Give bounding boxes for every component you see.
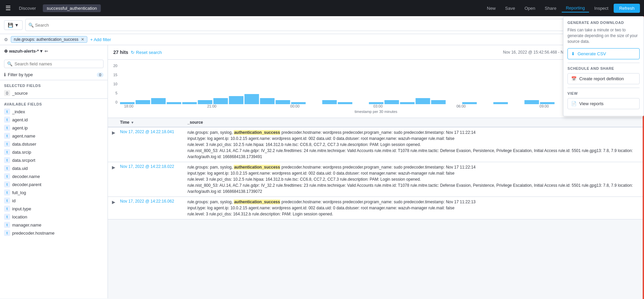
panel-divider-2	[567, 88, 640, 88]
field-id[interactable]: t id	[0, 197, 108, 205]
row-toggle-3[interactable]: ▶	[112, 199, 120, 205]
filter-tag[interactable]: rule.groups: authentication_success ✕	[11, 36, 87, 43]
highlight-1: authentication_success	[234, 130, 280, 135]
hits-count: 27 hits	[113, 50, 128, 55]
nav-share[interactable]: Share	[540, 4, 560, 12]
field-index[interactable]: t _index	[0, 108, 108, 116]
filter-remove-icon[interactable]: ✕	[81, 37, 84, 42]
field-label-index: _index	[12, 109, 25, 114]
field-manager-name[interactable]: t manager.name	[0, 221, 108, 229]
nav-reporting[interactable]: Reporting	[562, 4, 589, 12]
field-agent-name[interactable]: t agent.name	[0, 132, 108, 140]
save-button[interactable]: 💾 ▼	[4, 20, 23, 30]
field-input-type[interactable]: t input.type	[0, 205, 108, 213]
field-data-srcip[interactable]: t data.srcip	[0, 148, 108, 156]
filter-tag-label: rule.groups: authentication_success	[14, 37, 78, 42]
hamburger-icon[interactable]: ☰	[4, 3, 12, 13]
field-label-data-srcip: data.srcip	[12, 150, 31, 155]
save-icon: 💾	[8, 23, 13, 28]
row-main-2[interactable]: ▶ Nov 17, 2022 @ 14:22:18.022 rule.group…	[108, 162, 644, 197]
row-time-2: Nov 17, 2022 @ 14:22:18.022	[120, 164, 187, 169]
search-fields-icon: 🔍	[7, 61, 12, 66]
field-location[interactable]: t location	[0, 213, 108, 221]
field-data-uid[interactable]: t data.uid	[0, 164, 108, 172]
field-label-full-log: full_log	[12, 190, 26, 195]
field-badge-data-dstuser: t	[4, 141, 10, 147]
svg-rect-28	[540, 102, 555, 104]
row-time-1: Nov 17, 2022 @ 14:22:18.041	[120, 129, 187, 134]
field-source[interactable]: {} _source	[0, 89, 108, 97]
svg-rect-9	[244, 94, 259, 104]
sidebar-collapse-button[interactable]: ⇐	[44, 48, 49, 54]
th-time[interactable]: Time ▼	[120, 120, 187, 125]
view-title: VIEW	[567, 91, 640, 95]
nav-save[interactable]: Save	[501, 4, 519, 12]
th-source: _source	[187, 120, 640, 125]
nav-inspect[interactable]: Inspect	[590, 4, 613, 12]
chart-y-axis: 20151050	[113, 64, 120, 104]
svg-rect-10	[260, 98, 274, 104]
field-label-predecoder-hostname: predecoder.hostname	[12, 231, 55, 236]
svg-rect-7	[213, 98, 228, 104]
row-toggle-1[interactable]: ▶	[112, 129, 120, 135]
search-input[interactable]	[35, 23, 572, 28]
nav-right: New Save Open Share Reporting Inspect Re…	[483, 4, 640, 13]
tab-successful-auth[interactable]: successful_authentication	[43, 4, 101, 12]
svg-rect-20	[416, 98, 430, 104]
field-badge-location: t	[4, 214, 10, 220]
create-report-label: Create report definition	[579, 76, 624, 81]
search-fields-input-field[interactable]	[14, 61, 100, 66]
field-label-agent-id: agent.id	[12, 117, 28, 122]
field-data-dstuser[interactable]: t data.dstuser	[0, 140, 108, 148]
field-decoder-parent[interactable]: t decoder.parent	[0, 180, 108, 188]
field-full-log[interactable]: t full_log	[0, 188, 108, 197]
search-bar: 💾 ▼ 🔍 DQL 📅 Last 24 hours ▾	[0, 16, 644, 34]
save-chevron: ▼	[14, 23, 19, 28]
index-pattern-label: wazuh-alerts-*	[9, 49, 39, 54]
svg-rect-21	[431, 100, 446, 104]
add-filter-button[interactable]: + Add filter	[90, 37, 111, 42]
reset-search-button[interactable]: ↻ Reset search	[131, 50, 162, 55]
field-label-data-srcport: data.srcport	[12, 158, 35, 163]
field-badge-agent-id: t	[4, 117, 10, 123]
generate-title: GENERATE AND DOWNLOAD	[567, 21, 640, 25]
table-row: ▶ Nov 17, 2022 @ 14:22:18.041 rule.group…	[108, 127, 644, 162]
field-predecoder-hostname[interactable]: t predecoder.hostname	[0, 229, 108, 237]
field-badge-manager-name: t	[4, 222, 10, 228]
svg-rect-8	[229, 96, 243, 104]
svg-rect-25	[493, 102, 508, 104]
field-agent-ip[interactable]: t agent.ip	[0, 124, 108, 132]
svg-rect-11	[276, 100, 290, 104]
field-label-data-dstuser: data.dstuser	[12, 142, 36, 147]
row-main-1[interactable]: ▶ Nov 17, 2022 @ 14:22:18.041 rule.group…	[108, 127, 644, 162]
index-chevron-icon: ▾	[40, 49, 42, 54]
field-label-agent-ip: agent.ip	[12, 125, 28, 130]
field-agent-id[interactable]: t agent.id	[0, 116, 108, 124]
search-input-wrap: 🔍	[25, 19, 575, 31]
nav-open[interactable]: Open	[521, 4, 539, 12]
filter-by-type[interactable]: ℹ Filter by type 0	[0, 71, 108, 79]
refresh-button[interactable]: Refresh	[614, 4, 640, 13]
calendar-report-icon: 📅	[571, 76, 577, 81]
nav-new[interactable]: New	[483, 4, 500, 12]
field-data-srcport[interactable]: t data.srcport	[0, 156, 108, 164]
field-badge-decoder-parent: t	[4, 181, 10, 187]
field-badge-input-type: t	[4, 206, 10, 212]
tab-discover[interactable]: Discover	[15, 4, 40, 12]
highlight-3: authentication_success	[234, 200, 280, 204]
field-badge-predecoder-hostname: t	[4, 230, 10, 236]
filter-options-icon: ⚙	[4, 37, 8, 42]
row-source-3: rule.groups: pam, syslog, authentication…	[187, 199, 640, 217]
row-toggle-2[interactable]: ▶	[112, 164, 120, 170]
row-main-3[interactable]: ▶ Nov 17, 2022 @ 14:22:16.062 rule.group…	[108, 197, 644, 219]
available-fields-title: Available fields	[0, 100, 108, 108]
reset-icon: ↻	[131, 50, 135, 55]
view-reports-button[interactable]: 📄 View reports	[567, 98, 640, 109]
sort-icon: ▼	[131, 121, 134, 124]
create-report-button[interactable]: 📅 Create report definition	[567, 73, 640, 84]
row-source-2: rule.groups: pam, syslog, authentication…	[187, 164, 640, 195]
field-decoder-name[interactable]: t decoder.name	[0, 172, 108, 180]
generate-csv-button[interactable]: ⬇ Generate CSV	[567, 48, 640, 59]
field-badge-index: t	[4, 109, 10, 115]
field-label-decoder-name: decoder.name	[12, 174, 40, 179]
